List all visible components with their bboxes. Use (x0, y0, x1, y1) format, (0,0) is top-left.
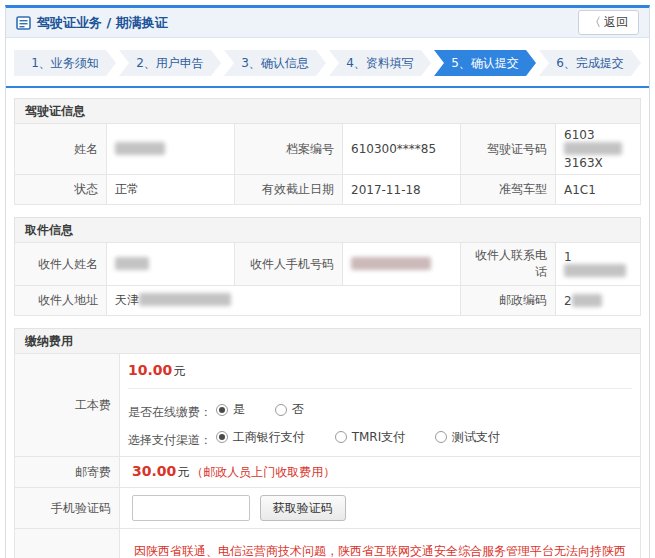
page-title: 驾驶证业务 / 期满换证 (37, 14, 168, 32)
sms-notice-label: 短信接收提示 (15, 529, 120, 558)
license-info-table: 姓名 档案编号 610300****85 驾驶证号码 6103 3163X 状态… (14, 123, 641, 205)
name-label: 姓名 (15, 124, 107, 175)
license-info-section: 驾驶证信息 姓名 档案编号 610300****85 驾驶证号码 6103 31… (14, 98, 641, 205)
license-renewal-page: 驾驶证业务 / 期满换证 〈 返回 1、业务须知 2、用户申告 3、确认信息 4… (5, 5, 650, 558)
file-no-value: 610300****85 (343, 124, 461, 175)
step-6-complete[interactable]: 6、完成提交 (539, 50, 641, 76)
recipient-mobile-value (343, 243, 461, 286)
redacted-name (115, 142, 165, 155)
table-row: 手机验证码 获取验证码 (15, 488, 641, 529)
table-row: 收件人姓名 收件人手机号码 收件人联系电话 1 (15, 243, 641, 286)
radio-icon (335, 431, 347, 443)
valid-until-value: 2017-11-18 (343, 175, 461, 205)
recipient-phone-value: 1 (556, 243, 641, 286)
sms-notice-text: 因陕西省联通、电信运营商技术问题，陕西省互联网交通安全综合服务管理平台无法向持陕… (132, 537, 628, 558)
vehicle-type-value: A1C1 (556, 175, 641, 205)
mail-fee-unit: 元 (177, 465, 189, 479)
name-value (107, 124, 235, 175)
status-label: 状态 (15, 175, 107, 205)
payment-section-title: 缴纳费用 (14, 328, 641, 353)
production-fee-number: 10.00 (128, 362, 172, 378)
step-3-confirm-info[interactable]: 3、确认信息 (224, 50, 326, 76)
status-value: 正常 (107, 175, 235, 205)
sms-code-cell: 获取验证码 (120, 488, 641, 529)
back-label: 返回 (604, 14, 628, 31)
file-no-label: 档案编号 (235, 124, 343, 175)
document-icon (16, 16, 31, 30)
pay-channel-option-icbc[interactable]: 工商银行支付 (216, 429, 305, 446)
mail-fee-label: 邮寄费 (15, 457, 120, 488)
postal-code-value: 2 (556, 286, 641, 316)
payment-table: 工本费 10.00元 是否在线缴费： 是 否 选择支付渠道： 工商银行支付 (14, 353, 641, 558)
table-row: 邮寄费 30.00元（邮政人员上门收取费用） (15, 457, 641, 488)
recipient-name-label: 收件人姓名 (15, 243, 107, 286)
table-row: 状态 正常 有效截止日期 2017-11-18 准驾车型 A1C1 (15, 175, 641, 205)
recipient-name-value (107, 243, 235, 286)
get-code-button[interactable]: 获取验证码 (260, 495, 346, 521)
radio-checked-icon (216, 431, 228, 443)
sms-code-input[interactable] (132, 495, 250, 521)
online-pay-option-yes[interactable]: 是 (216, 401, 245, 418)
online-pay-line: 是否在线缴费： 是 否 (128, 397, 632, 425)
mail-fee-note: （邮政人员上门收取费用） (191, 465, 335, 479)
online-pay-option-no[interactable]: 否 (275, 401, 304, 418)
phone-prefix: 1 (564, 250, 572, 264)
option-label: 是 (233, 401, 245, 418)
recipient-phone-label: 收件人联系电话 (461, 243, 556, 286)
back-button[interactable]: 〈 返回 (578, 10, 639, 35)
pickup-info-table: 收件人姓名 收件人手机号码 收件人联系电话 1 收件人地址 天津 邮政编码 2 (14, 242, 641, 316)
redacted-address (139, 293, 231, 306)
option-label: 工商银行支付 (233, 429, 305, 446)
sms-code-label: 手机验证码 (15, 488, 120, 529)
recipient-address-label: 收件人地址 (15, 286, 107, 316)
pickup-section-title: 取件信息 (14, 217, 641, 242)
pay-channel-line: 选择支付渠道： 工商银行支付 TMRI支付 测试支付 (128, 425, 632, 453)
back-arrow-icon: 〈 (589, 14, 601, 31)
recipient-mobile-label: 收件人手机号码 (235, 243, 343, 286)
step-wizard: 1、业务须知 2、用户申告 3、确认信息 4、资料填写 5、确认提交 6、完成提… (6, 38, 649, 88)
redacted-recipient-mobile (351, 257, 431, 270)
step-5-confirm-submit[interactable]: 5、确认提交 (434, 50, 536, 76)
payment-section: 缴纳费用 工本费 10.00元 是否在线缴费： 是 否 (14, 328, 641, 558)
redacted-recipient-name (115, 257, 149, 270)
valid-until-label: 有效截止日期 (235, 175, 343, 205)
production-fee-unit: 元 (173, 364, 185, 378)
redacted-postal-code (572, 294, 602, 307)
vehicle-type-label: 准驾车型 (461, 175, 556, 205)
license-no-suffix: 3163X (564, 156, 603, 170)
pickup-info-section: 取件信息 收件人姓名 收件人手机号码 收件人联系电话 1 收件人地址 天津 邮政… (14, 217, 641, 316)
table-row: 收件人地址 天津 邮政编码 2 (15, 286, 641, 316)
header-bar: 驾驶证业务 / 期满换证 〈 返回 (6, 8, 649, 38)
option-label: TMRI支付 (352, 429, 406, 446)
license-no-label: 驾驶证号码 (461, 124, 556, 175)
table-row: 姓名 档案编号 610300****85 驾驶证号码 6103 3163X (15, 124, 641, 175)
license-section-title: 驾驶证信息 (14, 98, 641, 123)
mail-fee-cell: 30.00元（邮政人员上门收取费用） (120, 457, 641, 488)
sms-notice-cell: 因陕西省联通、电信运营商技术问题，陕西省互联网交通安全综合服务管理平台无法向持陕… (120, 529, 641, 558)
postal-prefix: 2 (564, 294, 572, 308)
pay-channel-option-tmri[interactable]: TMRI支付 (335, 429, 406, 446)
radio-icon (275, 404, 287, 416)
title-wrap: 驾驶证业务 / 期满换证 (16, 14, 168, 32)
recipient-address-value: 天津 (107, 286, 461, 316)
production-fee-cell: 10.00元 是否在线缴费： 是 否 选择支付渠道： 工商银行支付 TMRI支付… (120, 354, 641, 457)
option-label: 测试支付 (452, 429, 500, 446)
option-label: 否 (292, 401, 304, 418)
pay-channel-option-test[interactable]: 测试支付 (435, 429, 500, 446)
production-fee-amount: 10.00元 (128, 358, 632, 389)
step-1-notice[interactable]: 1、业务须知 (14, 50, 116, 76)
redacted-phone (564, 264, 626, 277)
table-row: 工本费 10.00元 是否在线缴费： 是 否 选择支付渠道： 工商银行支付 (15, 354, 641, 457)
license-no-value: 6103 3163X (556, 124, 641, 175)
production-fee-label: 工本费 (15, 354, 120, 457)
redacted-license-no (564, 142, 622, 155)
mail-fee-number: 30.00 (132, 463, 176, 479)
content-area: 驾驶证信息 姓名 档案编号 610300****85 驾驶证号码 6103 31… (6, 88, 649, 558)
step-2-declaration[interactable]: 2、用户申告 (119, 50, 221, 76)
pay-channel-question: 选择支付渠道： (128, 432, 212, 446)
license-no-prefix: 6103 (564, 128, 595, 142)
postal-code-label: 邮政编码 (461, 286, 556, 316)
radio-icon (435, 431, 447, 443)
step-4-fill-data[interactable]: 4、资料填写 (329, 50, 431, 76)
radio-checked-icon (216, 404, 228, 416)
